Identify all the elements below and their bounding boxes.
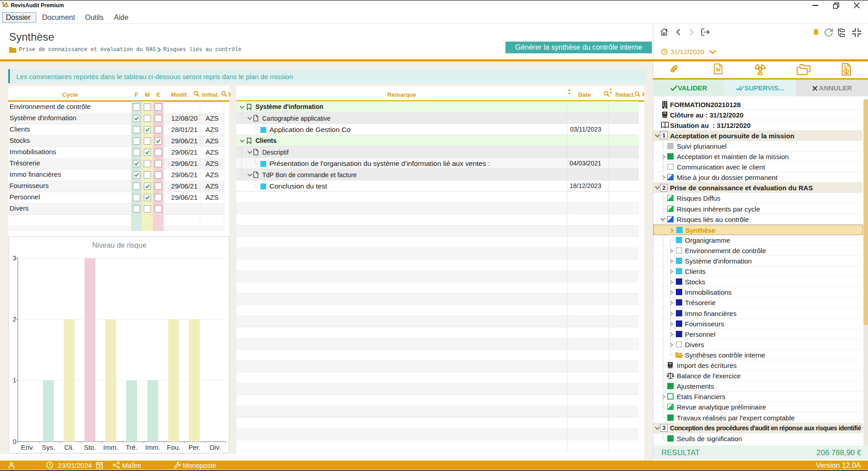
svg-text:Div.: Div. (210, 443, 221, 451)
svg-text:1: 1 (13, 377, 16, 384)
svg-text:Imm.: Imm. (145, 443, 160, 451)
svg-text:$: $ (845, 69, 848, 74)
svg-text:Sys.: Sys. (42, 443, 55, 451)
svg-text:Env.: Env. (21, 443, 34, 451)
svg-text:Imm.: Imm. (103, 443, 118, 451)
svg-text:Per.: Per. (189, 443, 201, 451)
svg-text:0: 0 (13, 438, 16, 445)
svg-text:W: W (716, 67, 721, 72)
svg-text:2: 2 (13, 316, 16, 323)
svg-text:3: 3 (13, 254, 16, 262)
svg-text:Cli.: Cli. (64, 443, 74, 451)
svg-text:Fou.: Fou. (167, 443, 180, 451)
svg-text:Tré.: Tré. (126, 443, 137, 451)
svg-text:Sto.: Sto. (84, 443, 96, 451)
